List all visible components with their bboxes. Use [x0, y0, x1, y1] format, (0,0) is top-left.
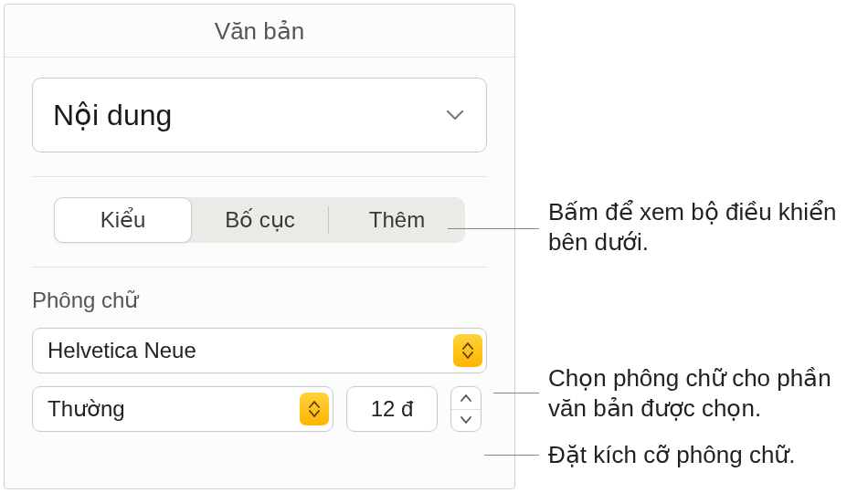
tab-label: Kiểu	[101, 207, 146, 233]
font-family-popup[interactable]: Helvetica Neue	[32, 328, 487, 373]
text-inspector-panel: Văn bản Nội dung Kiểu Bố cục Thêm	[4, 4, 515, 489]
callout-font: Chọn phông chữ cho phần văn bản được chọ…	[548, 363, 868, 423]
tab-style[interactable]: Kiểu	[54, 197, 192, 243]
panel-title: Văn bản	[5, 5, 514, 58]
paragraph-style-label: Nội dung	[53, 98, 172, 132]
tab-label: Thêm	[369, 207, 425, 233]
paragraph-style-popup[interactable]: Nội dung	[32, 78, 487, 152]
divider	[32, 176, 487, 177]
font-style-row: Thường 12 đ	[32, 386, 487, 432]
panel-body: Nội dung Kiểu Bố cục Thêm Phông chữ	[5, 58, 514, 432]
updown-icon	[453, 334, 482, 367]
font-size-stepper	[450, 386, 482, 432]
font-size-field[interactable]: 12 đ	[346, 386, 438, 432]
updown-icon	[300, 393, 329, 425]
tab-label: Bố cục	[225, 207, 295, 233]
font-family-value: Helvetica Neue	[48, 338, 196, 363]
stepper-up-button[interactable]	[451, 387, 481, 410]
tab-layout[interactable]: Bố cục	[192, 197, 328, 243]
font-style-value: Thường	[48, 396, 125, 422]
chevron-down-icon	[444, 104, 466, 126]
callout-size: Đặt kích cỡ phông chữ.	[548, 440, 796, 470]
tabs-row: Kiểu Bố cục Thêm	[32, 197, 487, 243]
font-style-popup[interactable]: Thường	[32, 386, 333, 432]
tab-more[interactable]: Thêm	[329, 197, 465, 243]
divider	[32, 267, 487, 267]
stepper-down-button[interactable]	[451, 410, 481, 432]
callout-leader	[484, 455, 539, 456]
callout-tabs: Bấm để xem bộ điều khiển bên dưới.	[548, 197, 868, 257]
callout-leader	[493, 393, 539, 393]
tabs-segmented-control: Kiểu Bố cục Thêm	[54, 197, 465, 243]
callout-leader	[448, 228, 539, 229]
font-section-label: Phông chữ	[32, 288, 487, 313]
font-size-value: 12 đ	[371, 396, 414, 422]
